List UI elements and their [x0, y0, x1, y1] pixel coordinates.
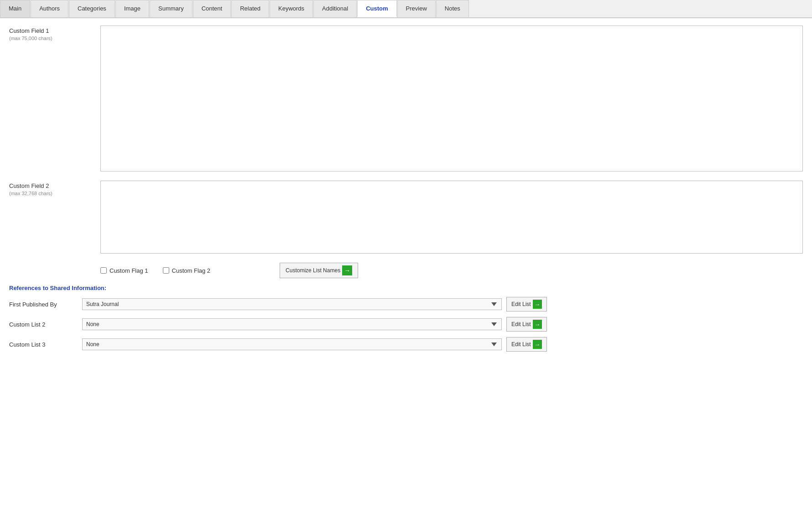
tab-custom[interactable]: Custom	[357, 0, 396, 17]
edit-list-label-3: Edit List	[511, 341, 531, 348]
custom-flag-2-label: Custom Flag 2	[172, 267, 211, 274]
ref-label-first-published-by: First Published By	[9, 301, 82, 308]
custom-field-2-sublabel: (max 32,768 chars)	[9, 191, 100, 196]
tab-image[interactable]: Image	[115, 0, 149, 17]
custom-field-2-section: Custom Field 2 (max 32,768 chars)	[9, 181, 803, 254]
custom-flag-2-checkbox[interactable]	[163, 267, 169, 274]
edit-list-arrow-icon-3: →	[533, 340, 542, 349]
ref-select-custom-list-2[interactable]: None	[82, 318, 502, 330]
customize-list-names-button[interactable]: Customize List Names →	[280, 263, 358, 278]
ref-row-custom-list-2: Custom List 2 None Edit List →	[9, 317, 803, 332]
flags-row: Custom Flag 1 Custom Flag 2 Customize Li…	[100, 263, 803, 278]
tab-additional[interactable]: Additional	[313, 0, 357, 17]
custom-field-1-sublabel: (max 75,000 chars)	[9, 36, 100, 41]
references-section: References to Shared Information: First …	[9, 285, 803, 352]
tab-related[interactable]: Related	[231, 0, 269, 17]
edit-list-button-3[interactable]: Edit List →	[506, 337, 547, 352]
tab-authors[interactable]: Authors	[31, 0, 68, 17]
ref-select-first-published-by[interactable]: Sutra Journal None	[82, 298, 502, 310]
custom-field-2-textarea[interactable]	[100, 181, 803, 254]
customize-arrow-icon: →	[342, 265, 352, 275]
edit-list-arrow-icon-2: →	[533, 320, 542, 329]
content-area: Custom Field 1 (max 75,000 chars) Custom…	[0, 18, 812, 364]
custom-field-2-label: Custom Field 2 (max 32,768 chars)	[9, 181, 100, 196]
edit-list-label-2: Edit List	[511, 321, 531, 327]
edit-list-label-1: Edit List	[511, 301, 531, 307]
custom-flag-2-item[interactable]: Custom Flag 2	[163, 267, 211, 274]
customize-list-names-label: Customize List Names	[286, 267, 340, 274]
edit-list-arrow-icon-1: →	[533, 300, 542, 309]
tab-preview[interactable]: Preview	[397, 0, 436, 17]
tab-keywords[interactable]: Keywords	[270, 0, 313, 17]
tab-main[interactable]: Main	[0, 0, 30, 17]
custom-field-1-section: Custom Field 1 (max 75,000 chars)	[9, 26, 803, 171]
custom-field-1-title: Custom Field 1	[9, 27, 100, 34]
custom-field-1-textarea[interactable]	[100, 26, 803, 171]
ref-row-custom-list-3: Custom List 3 None Edit List →	[9, 337, 803, 352]
tab-categories[interactable]: Categories	[69, 0, 115, 17]
tab-bar: MainAuthorsCategoriesImageSummaryContent…	[0, 0, 812, 18]
tab-summary[interactable]: Summary	[150, 0, 193, 17]
edit-list-button-2[interactable]: Edit List →	[506, 317, 547, 332]
edit-list-button-1[interactable]: Edit List →	[506, 297, 547, 311]
tab-content[interactable]: Content	[193, 0, 231, 17]
ref-select-custom-list-3[interactable]: None	[82, 338, 502, 350]
references-title: References to Shared Information:	[9, 285, 803, 291]
ref-label-custom-list-2: Custom List 2	[9, 321, 82, 328]
custom-flag-1-label: Custom Flag 1	[109, 267, 148, 274]
custom-field-2-title: Custom Field 2	[9, 182, 100, 189]
custom-flag-1-checkbox[interactable]	[100, 267, 107, 274]
ref-label-custom-list-3: Custom List 3	[9, 341, 82, 348]
custom-flag-1-item[interactable]: Custom Flag 1	[100, 267, 148, 274]
tab-notes[interactable]: Notes	[436, 0, 469, 17]
custom-field-1-label: Custom Field 1 (max 75,000 chars)	[9, 26, 100, 41]
ref-row-first-published-by: First Published By Sutra Journal None Ed…	[9, 297, 803, 311]
